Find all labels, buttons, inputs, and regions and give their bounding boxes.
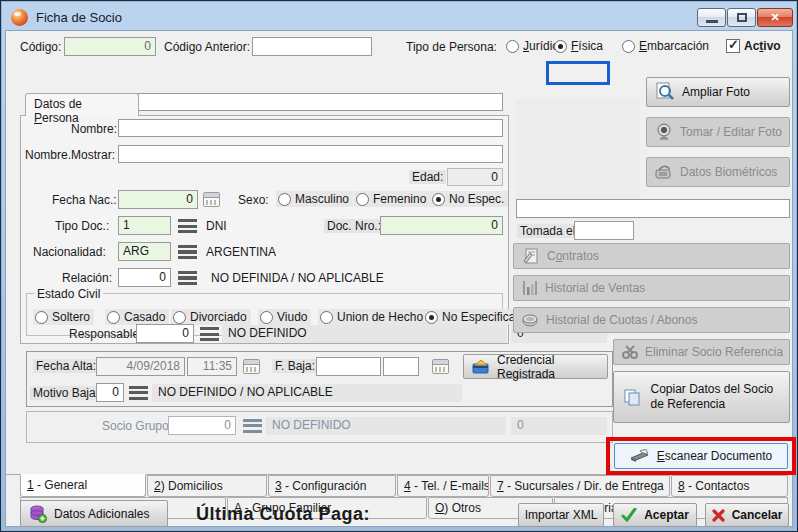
radio-soltero-label: Soltero <box>52 310 90 324</box>
escanear-documento-button[interactable]: Escanear Documento <box>614 443 788 469</box>
radio-juridica-circle <box>506 40 519 53</box>
radio-union-de-hecho[interactable]: Union de Hecho <box>318 309 427 325</box>
doc-nro-label: Doc. Nro.: <box>324 219 384 233</box>
radio-masculino-circle <box>278 193 291 206</box>
radio-embarcacion-label: Embarcación <box>639 39 709 53</box>
f-baja-date-field[interactable] <box>316 357 381 376</box>
nombre-mostrar-field[interactable] <box>118 145 503 163</box>
activo-checkbox[interactable]: Activo <box>724 38 785 54</box>
radio-masculino[interactable]: Masculino <box>276 191 353 207</box>
radio-divorciado-circle <box>173 311 186 324</box>
codigo-label: Código: <box>20 40 61 54</box>
historial-cuotas-button[interactable]: Historial de Cuotas / Abonos <box>513 307 790 333</box>
title-bar[interactable]: Ficha de Socio ✕ <box>5 4 793 30</box>
radio-femenino[interactable]: Femenino <box>354 191 430 207</box>
fecha-alta-calendar-icon[interactable] <box>243 359 260 374</box>
radio-union-circle <box>320 311 333 324</box>
radio-embarcacion[interactable]: Embarcación <box>620 38 713 54</box>
datos-biometricos-button[interactable]: Datos Biométricos <box>646 157 790 187</box>
importar-xml-button[interactable]: Importar XML <box>518 503 604 527</box>
radio-viudo[interactable]: Viudo <box>258 309 311 325</box>
tomada-el-field <box>574 221 634 240</box>
close-button[interactable]: ✕ <box>757 8 793 27</box>
radio-divorciado-label: Divorciado <box>190 310 247 324</box>
cancelar-button[interactable]: Cancelar <box>705 503 789 527</box>
tab-domicilios[interactable]: 2) Domicilios <box>147 475 267 497</box>
dialog-content: Código: 0 Código Anterior: Tipo de Perso… <box>5 30 793 527</box>
socio-grupo-label: Socio Grupo: <box>102 419 172 433</box>
foto-path-field[interactable] <box>516 199 790 218</box>
tipo-doc-field[interactable]: 1 <box>118 216 171 235</box>
sexo-label: Sexo: <box>238 193 269 207</box>
responsable-field[interactable]: 0 <box>136 324 194 343</box>
copiar-datos-button[interactable]: Copiar Datos del Socio de Referencia <box>613 371 790 423</box>
radio-divorciado[interactable]: Divorciado <box>171 309 251 325</box>
radio-soltero[interactable]: Soltero <box>33 309 94 325</box>
tab-datos-de-persona[interactable]: Datos de Persona <box>25 93 139 116</box>
radio-no-espec[interactable]: No Espec. <box>430 191 508 207</box>
motivo-baja-field[interactable]: 0 <box>96 383 124 402</box>
radio-femenino-label: Femenino <box>373 192 426 206</box>
minimize-button[interactable] <box>697 8 726 27</box>
historial-ventas-button[interactable]: Historial de Ventas <box>513 275 790 301</box>
doc-nro-field[interactable]: 0 <box>380 216 503 235</box>
tab-configuracion[interactable]: 3 - Configuración <box>268 475 396 497</box>
relacion-label: Relación: <box>62 271 112 285</box>
contract-icon <box>522 247 540 265</box>
tab-contactos[interactable]: 8 - Contactos <box>671 475 788 497</box>
tab-tel-emails[interactable]: 4 - Tel. / E-mails <box>397 475 489 497</box>
nombre-field[interactable] <box>118 119 503 137</box>
maximize-button[interactable] <box>727 8 756 27</box>
eliminar-socio-referencia-label: Eliminar Socio Referencia <box>645 345 783 359</box>
ampliar-foto-label: Ampliar Foto <box>682 85 750 99</box>
fecha-nac-field[interactable]: 0 <box>118 190 198 209</box>
fecha-nac-calendar-icon[interactable] <box>203 192 220 207</box>
magnifier-photo-icon <box>655 82 675 102</box>
codigo-field[interactable]: 0 <box>64 37 156 56</box>
tab-sucursales[interactable]: 7 - Sucursales / Dir. de Entrega <box>490 475 670 497</box>
radio-casado[interactable]: Casado <box>105 309 169 325</box>
nacionalidad-list-icon[interactable] <box>178 245 197 259</box>
radio-fisica[interactable]: Física <box>552 38 607 54</box>
contratos-button[interactable]: Contratos <box>513 243 790 269</box>
radio-embarcacion-circle <box>622 40 635 53</box>
copy-icon <box>623 388 641 406</box>
aceptar-button[interactable]: Aceptar <box>613 503 697 527</box>
f-baja-time-field[interactable] <box>383 357 419 376</box>
nacionalidad-label: Nacionalidad: <box>33 245 106 259</box>
ampliar-foto-button[interactable]: Ampliar Foto <box>646 77 790 107</box>
escanear-documento-label: Escanear Documento <box>657 449 772 463</box>
responsable-label: Responsable: <box>69 327 142 341</box>
tab-general[interactable]: 1 - General <box>20 474 146 497</box>
responsable-list-icon[interactable] <box>200 327 219 341</box>
tomar-editar-foto-label: Tomar / Editar Foto <box>680 125 782 139</box>
coins-icon <box>522 314 539 327</box>
activo-checkbox-box <box>726 39 740 53</box>
apellido-field[interactable] <box>118 93 503 111</box>
radio-masculino-label: Masculino <box>295 192 349 206</box>
eliminar-socio-referencia-button[interactable]: Eliminar Socio Referencia <box>613 339 790 365</box>
edad-label: Edad: <box>409 170 446 184</box>
tab-general-label: 1 - General <box>27 478 87 492</box>
tomar-editar-foto-button[interactable]: Tomar / Editar Foto <box>646 117 790 147</box>
app-icon <box>11 9 28 26</box>
ultima-cuota-paga-label: Última Cuota Paga: <box>196 504 370 525</box>
nacionalidad-desc: ARGENTINA <box>206 245 276 259</box>
motivo-baja-list-icon[interactable] <box>129 386 148 400</box>
credencial-registrada-button[interactable]: Credencial Registrada <box>463 354 608 379</box>
importar-xml-label: Importar XML <box>525 508 598 522</box>
datos-adicionales-button[interactable]: Datos Adicionales <box>20 500 168 527</box>
tipo-doc-list-icon[interactable] <box>178 219 197 233</box>
codigo-anterior-label: Código Anterior: <box>164 40 250 54</box>
radio-casado-label: Casado <box>124 310 165 324</box>
fisica-highlight-annotation <box>546 61 610 85</box>
relacion-desc: NO DEFINIDA / NO APLICABLE <box>211 271 384 285</box>
codigo-anterior-field[interactable] <box>252 37 372 56</box>
relacion-list-icon[interactable] <box>178 271 197 285</box>
cancelar-label: Cancelar <box>732 508 783 522</box>
aceptar-label: Aceptar <box>644 508 689 522</box>
f-baja-calendar-icon[interactable] <box>432 359 449 374</box>
nacionalidad-field[interactable]: ARG <box>118 242 171 261</box>
edad-field: 0 <box>447 168 503 186</box>
relacion-field[interactable]: 0 <box>118 268 171 287</box>
